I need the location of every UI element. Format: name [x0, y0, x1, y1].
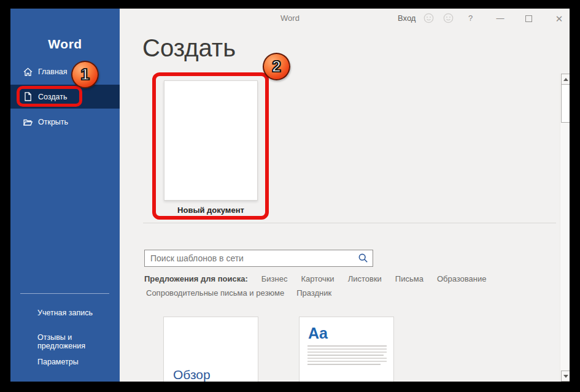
- suggestion-link-resume[interactable]: Сопроводительные письма и резюме: [146, 288, 284, 298]
- sidebar-item-home[interactable]: Главная: [10, 60, 120, 83]
- sidebar-item-label: Создать: [38, 93, 68, 101]
- minimize-button[interactable]: —: [493, 13, 508, 23]
- home-icon: [23, 67, 33, 77]
- search-button[interactable]: [354, 250, 373, 266]
- sidebar-divider: [20, 293, 109, 294]
- annotation-step2-badge: 2: [263, 53, 290, 80]
- sidebar-item-options[interactable]: Параметры: [37, 358, 79, 366]
- template-preview-lines: [307, 345, 387, 367]
- page-title: Создать: [142, 34, 236, 62]
- blank-document-template[interactable]: [164, 80, 258, 201]
- sidebar-item-label: Главная: [38, 67, 68, 76]
- blank-document-label: Новый документ: [164, 206, 258, 215]
- smiley-feedback-icon[interactable]: [443, 13, 454, 23]
- scroll-up-button[interactable]: [561, 74, 570, 85]
- suggestion-link-business[interactable]: Бизнес: [261, 274, 288, 283]
- app-name: Word: [10, 37, 120, 52]
- search-icon: [358, 253, 369, 264]
- scroll-down-icon: [563, 375, 568, 378]
- template-preview-text: Обзор: [173, 367, 211, 382]
- backstage-sidebar: Word Главная Создать Открыть Учетная зап…: [10, 9, 120, 382]
- open-folder-icon: [23, 117, 33, 128]
- section-divider: [143, 223, 556, 223]
- suggestion-link-cards[interactable]: Карточки: [301, 274, 334, 283]
- suggestion-link-education[interactable]: Образование: [437, 274, 487, 283]
- scroll-down-button[interactable]: [561, 371, 570, 382]
- search-input[interactable]: [145, 250, 354, 266]
- template-card-tour[interactable]: Обзор: [163, 317, 258, 382]
- suggestion-link-holiday[interactable]: Праздник: [296, 288, 331, 298]
- suggestion-link-letters[interactable]: Письма: [395, 274, 423, 283]
- sidebar-item-account[interactable]: Учетная запись: [37, 309, 93, 317]
- sign-in-button[interactable]: Вход: [398, 13, 416, 23]
- maximize-button[interactable]: [525, 15, 532, 22]
- word-backstage-window: Word Вход ? — ✕ Word Главная Создать: [10, 9, 570, 382]
- sidebar-item-open[interactable]: Открыть: [10, 110, 120, 134]
- smiley-feedback-icon[interactable]: [423, 13, 434, 23]
- template-preview-text: Aa: [308, 325, 328, 342]
- search-suggestions-row-1: Предложения для поиска: Бизнес Карточки …: [144, 274, 486, 283]
- sidebar-item-feedback[interactable]: Отзывы и предложения: [37, 333, 120, 350]
- template-search: [144, 250, 373, 267]
- scrollbar-thumb[interactable]: [561, 84, 570, 123]
- vertical-scrollbar[interactable]: [560, 74, 570, 382]
- close-button[interactable]: ✕: [552, 13, 566, 25]
- template-card-single-spaced[interactable]: Aa: [299, 317, 394, 382]
- help-icon[interactable]: ?: [468, 13, 473, 23]
- new-document-icon: [23, 91, 33, 102]
- scroll-up-icon: [563, 78, 568, 81]
- search-suggestions-row-2: Сопроводительные письма и резюме Праздни…: [146, 288, 331, 298]
- sidebar-item-new[interactable]: Создать: [10, 85, 120, 109]
- sidebar-item-label: Открыть: [38, 118, 68, 126]
- suggestion-link-flyers[interactable]: Листовки: [348, 274, 382, 283]
- suggestions-label: Предложения для поиска:: [144, 274, 248, 283]
